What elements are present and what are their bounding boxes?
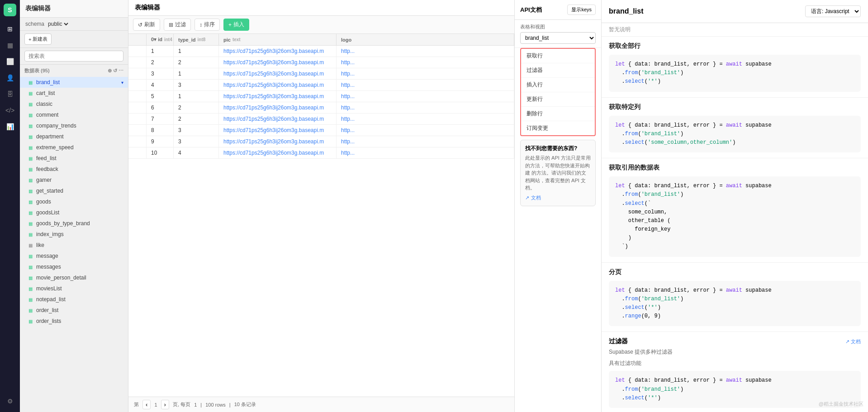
- cell-pic: https://cd71ps25g6h3ij26om3g.baseapi.m: [219, 114, 337, 124]
- filter-button[interactable]: ⊞ 过滤: [164, 19, 191, 31]
- cell-type-id: 2: [174, 102, 219, 113]
- table-icon: ▦: [27, 264, 33, 270]
- sidebar: 表编辑器 schema public + 新建表 数据表 (95) ⊕ ↺ ⋯ …: [20, 0, 128, 412]
- cell-id: 8: [147, 125, 174, 136]
- nav-reports-icon[interactable]: 📊: [3, 119, 17, 134]
- sidebar-table-item[interactable]: ▦get_started: [20, 185, 128, 196]
- table-name: goodsList: [36, 209, 59, 216]
- nav-table-icon[interactable]: ▦: [3, 38, 17, 52]
- nav-auth-icon[interactable]: 👤: [3, 71, 17, 85]
- cell-logo: http...: [337, 125, 514, 136]
- cell-checkbox: [128, 125, 147, 136]
- sidebar-table-item[interactable]: ▦comment: [20, 109, 128, 120]
- table-name: comment: [36, 112, 58, 118]
- search-input[interactable]: [24, 51, 123, 62]
- cell-logo: http...: [337, 136, 514, 147]
- cell-checkbox: [128, 102, 147, 113]
- cell-checkbox: [128, 57, 147, 68]
- api-table-select[interactable]: brand_list: [520, 32, 596, 44]
- sidebar-actions: + 新建表: [20, 31, 128, 48]
- sidebar-table-item[interactable]: ▦extreme_speed: [20, 142, 128, 153]
- table-name: extreme_speed: [36, 144, 74, 151]
- cell-checkbox: [128, 91, 147, 102]
- sidebar-table-item[interactable]: ▦gamer: [20, 175, 128, 185]
- sidebar-table-item[interactable]: ▦classic: [20, 99, 128, 109]
- sort-button[interactable]: ↕ 排序: [194, 19, 220, 31]
- table-row[interactable]: 6 2 https://cd71ps25g6h3ij26om3g.baseapi…: [128, 102, 514, 114]
- cell-checkbox: [128, 114, 147, 124]
- table-row[interactable]: 2 2 https://cd71ps25g6h3ij26om3g.baseapi…: [128, 57, 514, 68]
- table-row[interactable]: 10 4 https://cd71ps25g6h3ij26om3g.baseap…: [128, 147, 514, 159]
- code-section-pagination: 分页 let { data: brand_list, error } = awa…: [602, 263, 868, 332]
- api-menu-item[interactable]: 订阅变更: [521, 121, 595, 135]
- table-row[interactable]: 5 1 https://cd71ps25g6h3ij26om3g.baseapi…: [128, 91, 514, 102]
- nav-storage-icon[interactable]: 🗄: [3, 87, 17, 101]
- cell-type-id: 1: [174, 91, 219, 102]
- code-panel: brand_list 语言: Javascript 暂无说明 获取全部行 let…: [601, 0, 868, 412]
- cell-id: 9: [147, 136, 174, 147]
- sidebar-table-item[interactable]: ▦moviesList: [20, 283, 128, 294]
- table-row[interactable]: 1 1 https://cd71ps25g6h3ij26om3g.baseapi…: [128, 46, 514, 57]
- cell-checkbox: [128, 46, 147, 57]
- cell-logo: http...: [337, 57, 514, 68]
- sidebar-table-item[interactable]: ▦company_trends: [20, 120, 128, 131]
- table-name: like: [36, 242, 44, 248]
- api-menu-item[interactable]: 删除行: [521, 107, 595, 121]
- nav-functions-icon[interactable]: </>: [3, 103, 17, 118]
- table-row[interactable]: 4 3 https://cd71ps25g6h3ij26om3g.baseapi…: [128, 80, 514, 91]
- col-type-id: type_id int8: [174, 34, 219, 45]
- table-editor: 表编辑器 ↺ 刷新 ⊞ 过滤 ↕ 排序 + 插入 0▾ id int4 type…: [128, 0, 514, 412]
- sidebar-table-item[interactable]: ▦order_lists: [20, 316, 128, 327]
- nav-home-icon[interactable]: ⊞: [3, 22, 17, 36]
- new-table-button[interactable]: + 新建表: [24, 33, 52, 45]
- language-select[interactable]: 语言: Javascript: [805, 5, 861, 17]
- api-menu-item[interactable]: 获取行: [521, 49, 595, 63]
- sidebar-table-item[interactable]: ▦index_imgs: [20, 229, 128, 240]
- app-logo[interactable]: S: [4, 4, 16, 16]
- sidebar-table-item[interactable]: ▦notepad_list: [20, 294, 128, 305]
- nav-settings-icon[interactable]: ⚙: [3, 394, 17, 408]
- app-title: 表编辑器: [25, 5, 51, 13]
- sidebar-table-item[interactable]: ▦cart_list: [20, 88, 128, 99]
- insert-button[interactable]: + 插入: [223, 19, 249, 31]
- table-icon: ▦: [27, 101, 33, 107]
- next-page-button[interactable]: ›: [161, 400, 169, 409]
- sidebar-table-item[interactable]: ▦message: [20, 251, 128, 261]
- sidebar-table-item[interactable]: ▦goodsList: [20, 207, 128, 218]
- sidebar-table-item[interactable]: ▦brand_list▾: [20, 77, 128, 88]
- show-keys-button[interactable]: 显示keys: [567, 5, 596, 15]
- column-headers: 0▾ id int4 type_id int8 pic text logo: [128, 34, 514, 46]
- filter-doc-link[interactable]: ↗ 文档: [845, 338, 861, 345]
- api-menu-item[interactable]: 过滤器: [521, 63, 595, 78]
- api-header: API文档 显示keys: [515, 0, 601, 20]
- api-menu-item[interactable]: 插入行: [521, 78, 595, 92]
- table-row[interactable]: 7 2 https://cd71ps25g6h3ij26om3g.baseapi…: [128, 114, 514, 125]
- table-icon: ▦: [27, 209, 33, 216]
- cell-checkbox: [128, 68, 147, 79]
- sidebar-table-item[interactable]: ▦goods: [20, 196, 128, 207]
- api-doc-link[interactable]: ↗ 文档: [525, 194, 591, 201]
- code-section-related: 获取引用的数据表 let { data: brand_list, error }…: [602, 158, 868, 263]
- table-row[interactable]: 3 1 https://cd71ps25g6h3ij26om3g.baseapi…: [128, 68, 514, 80]
- sidebar-search: [20, 48, 128, 65]
- sidebar-table-item[interactable]: ▦goods_by_type_brand: [20, 218, 128, 229]
- table-row[interactable]: 8 3 https://cd71ps25g6h3ij26om3g.baseapi…: [128, 125, 514, 136]
- toolbar: ↺ 刷新 ⊞ 过滤 ↕ 排序 + 插入: [128, 16, 514, 34]
- table-name: moviesList: [36, 285, 62, 292]
- table-editor-header: 表编辑器: [128, 0, 514, 16]
- filter-header: 过滤器 ↗ 文档: [609, 337, 861, 346]
- code-panel-title: brand_list: [609, 7, 643, 15]
- sidebar-table-item[interactable]: ▦department: [20, 131, 128, 142]
- table-row[interactable]: 9 3 https://cd71ps25g6h3ij26om3g.baseapi…: [128, 136, 514, 147]
- sidebar-table-item[interactable]: ▦feedback: [20, 164, 128, 175]
- sidebar-table-item[interactable]: ▦messages: [20, 261, 128, 272]
- nav-image-icon[interactable]: ⬜: [3, 54, 17, 69]
- api-menu-item[interactable]: 更新行: [521, 92, 595, 107]
- sidebar-table-item[interactable]: ▦feed_list: [20, 153, 128, 164]
- sidebar-table-item[interactable]: ▦movie_person_detail: [20, 272, 128, 283]
- prev-page-button[interactable]: ‹: [142, 400, 151, 409]
- sidebar-table-item[interactable]: ▦like: [20, 240, 128, 251]
- refresh-button[interactable]: ↺ 刷新: [133, 19, 160, 31]
- sidebar-table-item[interactable]: ▦order_list: [20, 305, 128, 316]
- schema-select[interactable]: public: [46, 20, 70, 28]
